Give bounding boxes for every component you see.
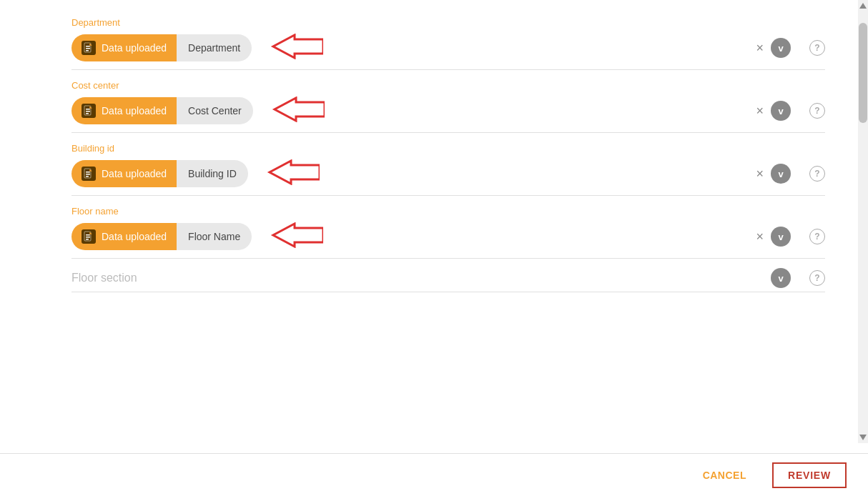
floor-section-help-button[interactable]: ? [809, 270, 825, 286]
svg-rect-20 [86, 237, 90, 238]
building-id-remove-button[interactable]: × [756, 167, 764, 180]
cost-center-content: Data uploaded Cost Center × v [71, 96, 825, 125]
floor-name-label: Floor name [71, 206, 825, 217]
svg-marker-17 [270, 161, 320, 184]
svg-marker-11 [275, 98, 325, 121]
v-icon: v [778, 106, 783, 116]
building-id-row: Building id [71, 133, 825, 196]
svg-rect-15 [86, 176, 89, 177]
building-id-pill[interactable]: Data uploaded Building ID [71, 160, 248, 187]
floor-name-content: Data uploaded Floor Name × v [71, 222, 825, 251]
department-actions: × v ? [756, 38, 825, 58]
review-button[interactable]: REVIEW [772, 462, 847, 488]
building-id-actions: × v ? [756, 164, 825, 184]
cost-center-help-button[interactable]: ? [809, 103, 825, 119]
cost-center-row: Cost center [71, 70, 825, 133]
department-pill-left-text: Data uploaded [102, 42, 167, 54]
question-icon: ? [814, 273, 819, 283]
department-v-button[interactable]: v [771, 38, 791, 58]
document-icon [82, 229, 96, 244]
cost-center-v-button[interactable]: v [771, 101, 791, 121]
department-pill-left: Data uploaded [71, 34, 177, 61]
building-id-pill-left-text: Data uploaded [102, 168, 167, 179]
floor-name-help-button[interactable]: ? [809, 229, 825, 244]
cost-center-pill-right: Cost Center [177, 97, 253, 124]
cost-center-pill-left-text: Data uploaded [102, 105, 167, 116]
svg-marker-23 [273, 224, 323, 247]
floor-name-pill[interactable]: Data uploaded Floor Name [71, 223, 252, 250]
cancel-button[interactable]: CANCEL [694, 464, 755, 487]
svg-rect-9 [86, 113, 89, 114]
scroll-area: Department [0, 0, 868, 453]
floor-section-v-button[interactable]: v [771, 268, 791, 288]
cost-center-arrow [267, 96, 325, 125]
department-arrow [266, 34, 323, 62]
floor-name-arrow [266, 222, 323, 251]
document-icon [82, 41, 96, 55]
cost-center-pill-left: Data uploaded [71, 97, 177, 124]
cost-center-remove-button[interactable]: × [756, 104, 764, 117]
department-help-button[interactable]: ? [809, 40, 825, 56]
department-remove-button[interactable]: × [756, 41, 764, 54]
building-id-content: Data uploaded Building ID × v [71, 159, 825, 188]
department-pill[interactable]: Data uploaded Department [71, 34, 252, 61]
v-icon: v [778, 169, 783, 179]
building-id-pill-left: Data uploaded [71, 160, 177, 187]
svg-rect-21 [86, 239, 89, 240]
document-icon [82, 104, 96, 118]
svg-marker-5 [273, 35, 323, 58]
svg-rect-14 [86, 174, 90, 175]
floor-name-pill-left: Data uploaded [71, 223, 177, 250]
department-row: Department [71, 7, 825, 70]
v-icon: v [778, 273, 783, 284]
svg-rect-2 [86, 48, 90, 49]
cost-center-label: Cost center [71, 80, 825, 91]
question-icon: ? [814, 232, 819, 242]
building-id-label: Building id [71, 143, 825, 154]
floor-section-label: Floor section [71, 272, 137, 284]
question-icon: ? [814, 43, 819, 53]
floor-name-pill-right: Floor Name [177, 223, 252, 250]
v-icon: v [778, 232, 783, 242]
document-icon [82, 167, 96, 181]
department-label: Department [71, 17, 825, 28]
question-icon: ? [814, 106, 819, 116]
question-icon: ? [814, 169, 819, 179]
cost-center-pill[interactable]: Data uploaded Cost Center [71, 97, 253, 124]
department-content: Data uploaded Department × v [71, 34, 825, 62]
main-container: Department [0, 0, 868, 496]
svg-rect-3 [86, 50, 89, 51]
building-id-help-button[interactable]: ? [809, 166, 825, 182]
cost-center-actions: × v ? [756, 101, 825, 121]
floor-section-content: Floor section v ? [71, 272, 825, 284]
floor-name-row: Floor name [71, 196, 825, 259]
floor-section-row: Floor section v ? [71, 259, 825, 292]
svg-rect-8 [86, 111, 90, 112]
floor-name-v-button[interactable]: v [771, 227, 791, 247]
floor-name-remove-button[interactable]: × [756, 230, 764, 243]
floor-name-actions: × v ? [756, 227, 825, 247]
footer: CANCEL REVIEW [0, 453, 868, 496]
floor-section-actions: v ? [771, 268, 825, 288]
building-id-v-button[interactable]: v [771, 164, 791, 184]
v-icon: v [778, 43, 783, 54]
floor-name-pill-left-text: Data uploaded [102, 231, 167, 242]
building-id-pill-right: Building ID [177, 160, 248, 187]
building-id-arrow [262, 159, 320, 188]
department-pill-right: Department [177, 34, 252, 61]
